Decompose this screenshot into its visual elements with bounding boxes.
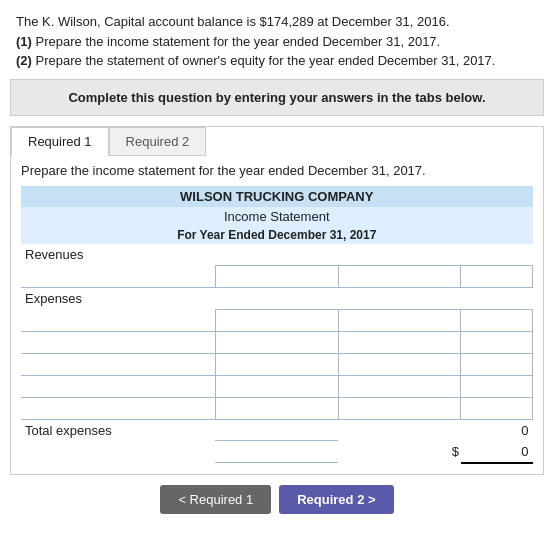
tab-required2[interactable]: Required 2 — [109, 127, 207, 156]
total-blank-cell — [215, 419, 338, 441]
company-name: WILSON TRUCKING COMPANY — [21, 186, 533, 207]
expense-row-2 — [21, 331, 533, 353]
expense-total-4 — [461, 375, 533, 397]
next-button[interactable]: Required 2 > — [279, 485, 393, 514]
expense-amount-4a[interactable] — [215, 375, 338, 397]
intro-line2: (1) Prepare the income statement for the… — [16, 32, 538, 52]
instruction-text: Complete this question by entering your … — [68, 90, 485, 105]
net-income-row: $ 0 — [21, 441, 533, 463]
expenses-label: Expenses — [21, 287, 533, 309]
intro-section: The K. Wilson, Capital account balance i… — [0, 0, 554, 79]
total-expenses-value: 0 — [461, 419, 533, 441]
expense-label-4 — [21, 375, 215, 397]
intro-line1: The K. Wilson, Capital account balance i… — [16, 12, 538, 32]
expense-label-2 — [21, 331, 215, 353]
revenue-input1[interactable] — [216, 266, 338, 287]
expense-amount-3b[interactable] — [338, 353, 461, 375]
expense-amount-3a[interactable] — [215, 353, 338, 375]
statement-period: For Year Ended December 31, 2017 — [21, 226, 533, 244]
tab-required1[interactable]: Required 1 — [11, 127, 109, 156]
intro-text2: Prepare the income statement for the yea… — [36, 34, 441, 49]
revenue-input-row — [21, 265, 533, 287]
expense-amount-4b[interactable] — [338, 375, 461, 397]
tab-content: Prepare the income statement for the yea… — [10, 155, 544, 475]
expense-amount-2b[interactable] — [338, 331, 461, 353]
expense-input-5a[interactable] — [216, 398, 338, 419]
expense-amount-5a[interactable] — [215, 397, 338, 419]
expense-amount-1a[interactable] — [215, 309, 338, 331]
expense-label-1 — [21, 309, 215, 331]
intro-text3: Prepare the statement of owner's equity … — [36, 53, 496, 68]
instruction-box: Complete this question by entering your … — [10, 79, 544, 116]
revenue-amount-cell1[interactable] — [215, 265, 338, 287]
expense-input-3a[interactable] — [216, 354, 338, 375]
expense-total-5 — [461, 397, 533, 419]
intro-line3: (2) Prepare the statement of owner's equ… — [16, 51, 538, 71]
prev-button[interactable]: < Required 1 — [160, 485, 271, 514]
revenue-total-cell — [461, 265, 533, 287]
net-dollar-sign: $ — [338, 441, 461, 463]
expense-amount-5b[interactable] — [338, 397, 461, 419]
revenue-amount-cell2[interactable] — [338, 265, 461, 287]
expense-input-4a[interactable] — [216, 376, 338, 397]
total-expenses-label: Total expenses — [21, 419, 215, 441]
revenue-label-cell — [21, 265, 215, 287]
expense-input-1a[interactable] — [216, 310, 338, 331]
revenues-label: Revenues — [21, 244, 533, 266]
income-statement-table: WILSON TRUCKING COMPANY Income Statement… — [21, 186, 533, 464]
expense-amount-2a[interactable] — [215, 331, 338, 353]
expense-row-4 — [21, 375, 533, 397]
intro-label3: (2) — [16, 53, 32, 68]
expense-row-5 — [21, 397, 533, 419]
expense-input-2a[interactable] — [216, 332, 338, 353]
tab-instruction: Prepare the income statement for the yea… — [21, 163, 533, 178]
net-blank-cell — [215, 441, 338, 463]
expense-total-2 — [461, 331, 533, 353]
title-row: Income Statement — [21, 207, 533, 226]
revenues-label-row: Revenues — [21, 244, 533, 266]
net-value: 0 — [461, 441, 533, 463]
expense-row-1 — [21, 309, 533, 331]
revenue-input2[interactable] — [339, 266, 461, 287]
expense-amount-1b[interactable] — [338, 309, 461, 331]
expense-total-3 — [461, 353, 533, 375]
net-label-cell — [21, 441, 215, 463]
expenses-label-row: Expenses — [21, 287, 533, 309]
expense-row-3 — [21, 353, 533, 375]
company-header-row: WILSON TRUCKING COMPANY — [21, 186, 533, 207]
total-expenses-row: Total expenses 0 — [21, 419, 533, 441]
intro-label2: (1) — [16, 34, 32, 49]
statement-title: Income Statement — [21, 207, 533, 226]
total-blank2 — [338, 419, 461, 441]
expense-label-5 — [21, 397, 215, 419]
period-row: For Year Ended December 31, 2017 — [21, 226, 533, 244]
bottom-nav: < Required 1 Required 2 > — [10, 485, 544, 514]
expense-label-3 — [21, 353, 215, 375]
expense-total-1 — [461, 309, 533, 331]
